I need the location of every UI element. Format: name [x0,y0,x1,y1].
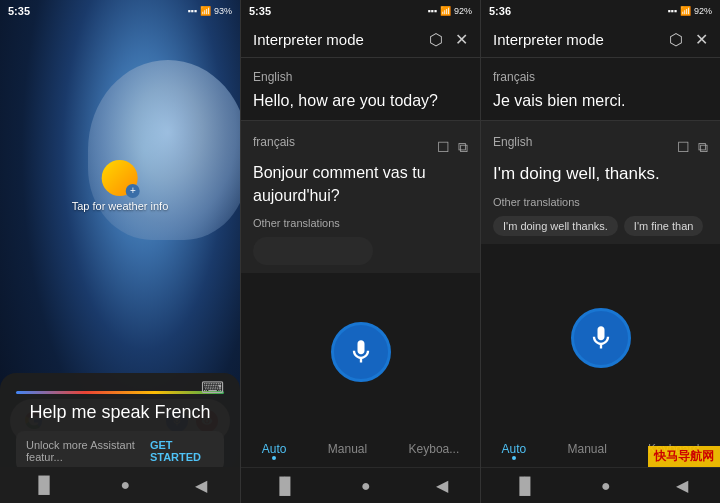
nav-bar-3: ▐▌ ● ◀ [481,467,720,503]
assistant-heading: Help me speak French [16,402,224,423]
bubble-text-1-3: Je vais bien merci. [493,90,708,112]
bubble-actions-2: ☐ ⧉ [437,139,468,156]
interpreter-title-2: Interpreter mode [253,31,364,48]
expand-icon-2[interactable]: ⬡ [429,30,443,49]
chip-1-3[interactable]: I'm doing well thanks. [493,216,618,236]
bubble-text-1-2: Hello, how are you today? [253,90,468,112]
status-icons-2: ▪▪▪ 📶 92% [427,6,472,16]
status-icons-home: ▪▪▪ 📶 93% [187,6,232,16]
chip-2-3[interactable]: I'm fine than [624,216,704,236]
weather-icon [102,160,138,196]
bubble-french-2: français ☐ ⧉ Bonjour comment vas tu aujo… [241,121,480,273]
nav-back-2[interactable]: ◀ [436,476,448,495]
nav-bar-2: ▐▌ ● ◀ [241,467,480,503]
bubble-lang-1-2: English [253,70,468,84]
mode-keyboard-2[interactable]: Keyboa... [409,442,460,456]
nav-home-home[interactable]: ● [121,476,131,494]
nav-home-3[interactable]: ● [601,477,611,495]
mode-auto-3[interactable]: Auto [502,442,527,456]
bubble-lang-1-3: français [493,70,708,84]
bubble-english-3: English ☐ ⧉ I'm doing well, thanks. Othe… [481,121,720,244]
translation-chips-2 [253,237,468,265]
nav-recents-home[interactable]: ▐▌ [33,476,56,494]
battery-home: 93% [214,6,232,16]
wifi-icon-3: 📶 [680,6,691,16]
rainbow-bar [16,391,224,394]
watermark: 快马导航网 [648,446,720,467]
interpreter-topbar-3: Interpreter mode ⬡ ✕ [481,22,720,57]
close-icon-2[interactable]: ✕ [455,30,468,49]
signal-icon-3: ▪▪▪ [667,6,677,16]
interpreter-title-3: Interpreter mode [493,31,604,48]
nav-recents-2[interactable]: ▐▌ [273,477,296,495]
bubble-text-2-2: Bonjour comment vas tu aujourd'hui? [253,162,468,207]
nav-home-2[interactable]: ● [361,477,371,495]
signal-icon: ▪▪▪ [187,6,197,16]
panel-interpreter-3: 5:36 ▪▪▪ 📶 92% Interpreter mode ⬡ ✕ fran… [480,0,720,503]
battery-3: 92% [694,6,712,16]
bubble-text-2-3: I'm doing well, thanks. [493,162,708,186]
get-started-button[interactable]: GET STARTED [150,439,214,463]
mode-bar-2: Auto Manual Keyboa... [241,431,480,467]
status-bar-3: 5:36 ▪▪▪ 📶 92% [481,0,720,22]
bubble-french-3: français Je vais bien merci. [481,58,720,120]
copy-icon-2[interactable]: ☐ [437,139,450,156]
bubble-actions-3: ☐ ⧉ [677,139,708,156]
mode-manual-3[interactable]: Manual [567,442,606,456]
wifi-icon-2: 📶 [440,6,451,16]
chip-placeholder-2 [253,237,373,265]
share-icon-3[interactable]: ⧉ [698,139,708,156]
nav-bar-home: ▐▌ ● ◀ [0,467,240,503]
topbar-icons-2: ⬡ ✕ [429,30,468,49]
mic-area-3 [481,244,720,431]
expand-icon-3[interactable]: ⬡ [669,30,683,49]
share-icon-2[interactable]: ⧉ [458,139,468,156]
panel-interpreter-2: 5:35 ▪▪▪ 📶 92% Interpreter mode ⬡ ✕ Engl… [240,0,480,503]
status-time-3: 5:36 [489,5,511,17]
mic-button-3[interactable] [571,308,631,368]
topbar-icons-3: ⬡ ✕ [669,30,708,49]
nav-recents-3[interactable]: ▐▌ [513,477,536,495]
close-icon-3[interactable]: ✕ [695,30,708,49]
keyboard-icon-home[interactable]: ⌨ [201,378,224,397]
battery-2: 92% [454,6,472,16]
mic-area-2 [241,273,480,431]
translation-chips-3: I'm doing well thanks. I'm fine than [493,216,708,236]
bubble-english-2: English Hello, how are you today? [241,58,480,120]
nav-back-home[interactable]: ◀ [195,476,207,495]
weather-widget[interactable]: Tap for weather info [72,160,169,212]
signal-icon-2: ▪▪▪ [427,6,437,16]
mic-icon-3 [587,324,615,352]
bubble-lang-2-2: français [253,135,295,149]
mode-auto-2[interactable]: Auto [262,442,287,456]
status-bar-home: 5:35 ▪▪▪ 📶 93% [0,0,240,22]
other-translations-label-3: Other translations [493,196,708,208]
decorative-bubble [88,60,240,240]
mic-icon-2 [347,338,375,366]
mode-manual-2[interactable]: Manual [328,442,367,456]
status-bar-2: 5:35 ▪▪▪ 📶 92% [241,0,480,22]
other-translations-label-2: Other translations [253,217,468,229]
mic-button-2[interactable] [331,322,391,382]
interpreter-topbar-2: Interpreter mode ⬡ ✕ [241,22,480,57]
wifi-icon: 📶 [200,6,211,16]
unlock-text: Unlock more Assistant featur... [26,439,150,463]
status-icons-3: ▪▪▪ 📶 92% [667,6,712,16]
bubble-lang-2-3: English [493,135,532,149]
status-time-2: 5:35 [249,5,271,17]
assistant-unlock-bar[interactable]: Unlock more Assistant featur... GET STAR… [16,431,224,471]
status-time-home: 5:35 [8,5,30,17]
nav-back-3[interactable]: ◀ [676,476,688,495]
panel-home: 5:35 ▪▪▪ 📶 93% Tap for weather info [0,0,240,503]
weather-tap-text: Tap for weather info [72,200,169,212]
copy-icon-3[interactable]: ☐ [677,139,690,156]
